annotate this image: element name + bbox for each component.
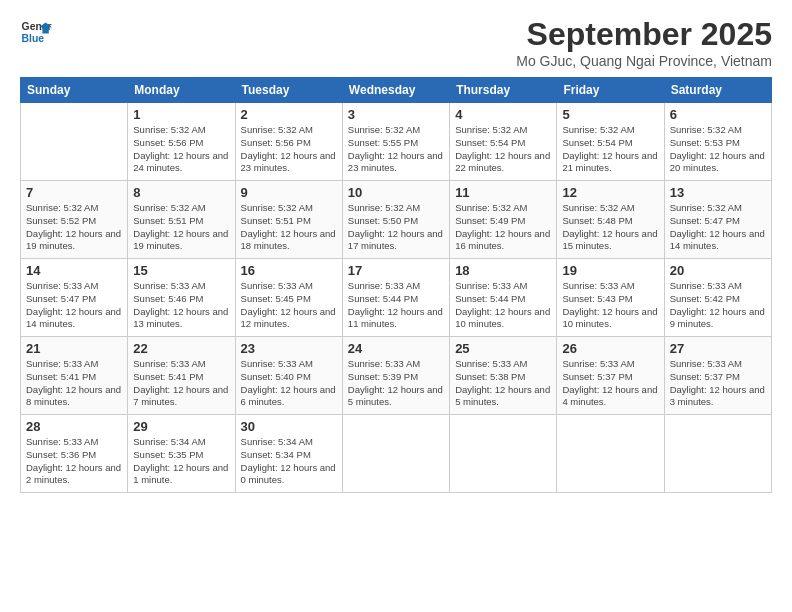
day-number: 9 — [241, 185, 337, 200]
day-detail: Sunrise: 5:33 AM Sunset: 5:41 PM Dayligh… — [26, 358, 122, 409]
calendar-cell: 16Sunrise: 5:33 AM Sunset: 5:45 PM Dayli… — [235, 259, 342, 337]
day-number: 28 — [26, 419, 122, 434]
day-number: 27 — [670, 341, 766, 356]
day-number: 5 — [562, 107, 658, 122]
day-detail: Sunrise: 5:34 AM Sunset: 5:34 PM Dayligh… — [241, 436, 337, 487]
day-number: 26 — [562, 341, 658, 356]
day-detail: Sunrise: 5:33 AM Sunset: 5:44 PM Dayligh… — [455, 280, 551, 331]
week-row-2: 7Sunrise: 5:32 AM Sunset: 5:52 PM Daylig… — [21, 181, 772, 259]
day-header-saturday: Saturday — [664, 78, 771, 103]
calendar-table: SundayMondayTuesdayWednesdayThursdayFrid… — [20, 77, 772, 493]
calendar-cell — [21, 103, 128, 181]
calendar-cell: 28Sunrise: 5:33 AM Sunset: 5:36 PM Dayli… — [21, 415, 128, 493]
day-number: 15 — [133, 263, 229, 278]
day-number: 6 — [670, 107, 766, 122]
day-detail: Sunrise: 5:32 AM Sunset: 5:49 PM Dayligh… — [455, 202, 551, 253]
svg-text:Blue: Blue — [22, 33, 45, 44]
day-number: 21 — [26, 341, 122, 356]
calendar-cell: 10Sunrise: 5:32 AM Sunset: 5:50 PM Dayli… — [342, 181, 449, 259]
logo: General Blue — [20, 16, 52, 48]
day-detail: Sunrise: 5:33 AM Sunset: 5:37 PM Dayligh… — [562, 358, 658, 409]
calendar-cell: 15Sunrise: 5:33 AM Sunset: 5:46 PM Dayli… — [128, 259, 235, 337]
day-detail: Sunrise: 5:33 AM Sunset: 5:41 PM Dayligh… — [133, 358, 229, 409]
calendar-cell: 24Sunrise: 5:33 AM Sunset: 5:39 PM Dayli… — [342, 337, 449, 415]
calendar-cell: 4Sunrise: 5:32 AM Sunset: 5:54 PM Daylig… — [450, 103, 557, 181]
day-detail: Sunrise: 5:32 AM Sunset: 5:52 PM Dayligh… — [26, 202, 122, 253]
calendar-body: 1Sunrise: 5:32 AM Sunset: 5:56 PM Daylig… — [21, 103, 772, 493]
calendar-cell: 11Sunrise: 5:32 AM Sunset: 5:49 PM Dayli… — [450, 181, 557, 259]
day-detail: Sunrise: 5:33 AM Sunset: 5:40 PM Dayligh… — [241, 358, 337, 409]
day-detail: Sunrise: 5:32 AM Sunset: 5:51 PM Dayligh… — [241, 202, 337, 253]
calendar-cell: 26Sunrise: 5:33 AM Sunset: 5:37 PM Dayli… — [557, 337, 664, 415]
day-number: 25 — [455, 341, 551, 356]
days-header-row: SundayMondayTuesdayWednesdayThursdayFrid… — [21, 78, 772, 103]
day-detail: Sunrise: 5:33 AM Sunset: 5:42 PM Dayligh… — [670, 280, 766, 331]
day-header-sunday: Sunday — [21, 78, 128, 103]
day-detail: Sunrise: 5:32 AM Sunset: 5:54 PM Dayligh… — [562, 124, 658, 175]
calendar-cell: 5Sunrise: 5:32 AM Sunset: 5:54 PM Daylig… — [557, 103, 664, 181]
day-detail: Sunrise: 5:33 AM Sunset: 5:43 PM Dayligh… — [562, 280, 658, 331]
day-detail: Sunrise: 5:33 AM Sunset: 5:47 PM Dayligh… — [26, 280, 122, 331]
calendar-cell: 6Sunrise: 5:32 AM Sunset: 5:53 PM Daylig… — [664, 103, 771, 181]
day-number: 3 — [348, 107, 444, 122]
day-header-thursday: Thursday — [450, 78, 557, 103]
calendar-cell — [664, 415, 771, 493]
header: General Blue September 2025 Mo GJuc, Qua… — [20, 16, 772, 69]
title-area: September 2025 Mo GJuc, Quang Ngai Provi… — [516, 16, 772, 69]
calendar-cell — [557, 415, 664, 493]
day-number: 30 — [241, 419, 337, 434]
day-detail: Sunrise: 5:33 AM Sunset: 5:36 PM Dayligh… — [26, 436, 122, 487]
calendar-cell: 25Sunrise: 5:33 AM Sunset: 5:38 PM Dayli… — [450, 337, 557, 415]
day-number: 17 — [348, 263, 444, 278]
calendar-cell — [342, 415, 449, 493]
calendar-cell: 2Sunrise: 5:32 AM Sunset: 5:56 PM Daylig… — [235, 103, 342, 181]
day-number: 8 — [133, 185, 229, 200]
location-title: Mo GJuc, Quang Ngai Province, Vietnam — [516, 53, 772, 69]
week-row-5: 28Sunrise: 5:33 AM Sunset: 5:36 PM Dayli… — [21, 415, 772, 493]
calendar-cell: 17Sunrise: 5:33 AM Sunset: 5:44 PM Dayli… — [342, 259, 449, 337]
day-number: 10 — [348, 185, 444, 200]
day-number: 20 — [670, 263, 766, 278]
day-number: 12 — [562, 185, 658, 200]
day-number: 23 — [241, 341, 337, 356]
calendar-cell: 14Sunrise: 5:33 AM Sunset: 5:47 PM Dayli… — [21, 259, 128, 337]
calendar-cell: 22Sunrise: 5:33 AM Sunset: 5:41 PM Dayli… — [128, 337, 235, 415]
day-number: 1 — [133, 107, 229, 122]
day-number: 7 — [26, 185, 122, 200]
calendar-cell: 23Sunrise: 5:33 AM Sunset: 5:40 PM Dayli… — [235, 337, 342, 415]
calendar-cell: 1Sunrise: 5:32 AM Sunset: 5:56 PM Daylig… — [128, 103, 235, 181]
day-detail: Sunrise: 5:32 AM Sunset: 5:56 PM Dayligh… — [241, 124, 337, 175]
day-detail: Sunrise: 5:33 AM Sunset: 5:46 PM Dayligh… — [133, 280, 229, 331]
day-detail: Sunrise: 5:32 AM Sunset: 5:56 PM Dayligh… — [133, 124, 229, 175]
month-title: September 2025 — [516, 16, 772, 53]
day-number: 11 — [455, 185, 551, 200]
calendar-cell: 3Sunrise: 5:32 AM Sunset: 5:55 PM Daylig… — [342, 103, 449, 181]
calendar-cell: 12Sunrise: 5:32 AM Sunset: 5:48 PM Dayli… — [557, 181, 664, 259]
day-detail: Sunrise: 5:33 AM Sunset: 5:38 PM Dayligh… — [455, 358, 551, 409]
day-detail: Sunrise: 5:32 AM Sunset: 5:47 PM Dayligh… — [670, 202, 766, 253]
day-number: 19 — [562, 263, 658, 278]
calendar-cell: 21Sunrise: 5:33 AM Sunset: 5:41 PM Dayli… — [21, 337, 128, 415]
day-number: 16 — [241, 263, 337, 278]
calendar-cell: 29Sunrise: 5:34 AM Sunset: 5:35 PM Dayli… — [128, 415, 235, 493]
day-number: 13 — [670, 185, 766, 200]
day-header-friday: Friday — [557, 78, 664, 103]
calendar-cell: 18Sunrise: 5:33 AM Sunset: 5:44 PM Dayli… — [450, 259, 557, 337]
day-number: 29 — [133, 419, 229, 434]
day-detail: Sunrise: 5:32 AM Sunset: 5:48 PM Dayligh… — [562, 202, 658, 253]
calendar-cell: 30Sunrise: 5:34 AM Sunset: 5:34 PM Dayli… — [235, 415, 342, 493]
calendar-cell: 7Sunrise: 5:32 AM Sunset: 5:52 PM Daylig… — [21, 181, 128, 259]
calendar-cell: 27Sunrise: 5:33 AM Sunset: 5:37 PM Dayli… — [664, 337, 771, 415]
day-header-tuesday: Tuesday — [235, 78, 342, 103]
week-row-4: 21Sunrise: 5:33 AM Sunset: 5:41 PM Dayli… — [21, 337, 772, 415]
calendar-cell — [450, 415, 557, 493]
week-row-1: 1Sunrise: 5:32 AM Sunset: 5:56 PM Daylig… — [21, 103, 772, 181]
day-detail: Sunrise: 5:32 AM Sunset: 5:50 PM Dayligh… — [348, 202, 444, 253]
day-detail: Sunrise: 5:33 AM Sunset: 5:39 PM Dayligh… — [348, 358, 444, 409]
week-row-3: 14Sunrise: 5:33 AM Sunset: 5:47 PM Dayli… — [21, 259, 772, 337]
calendar-cell: 13Sunrise: 5:32 AM Sunset: 5:47 PM Dayli… — [664, 181, 771, 259]
day-detail: Sunrise: 5:34 AM Sunset: 5:35 PM Dayligh… — [133, 436, 229, 487]
calendar-cell: 20Sunrise: 5:33 AM Sunset: 5:42 PM Dayli… — [664, 259, 771, 337]
day-header-monday: Monday — [128, 78, 235, 103]
day-detail: Sunrise: 5:32 AM Sunset: 5:51 PM Dayligh… — [133, 202, 229, 253]
